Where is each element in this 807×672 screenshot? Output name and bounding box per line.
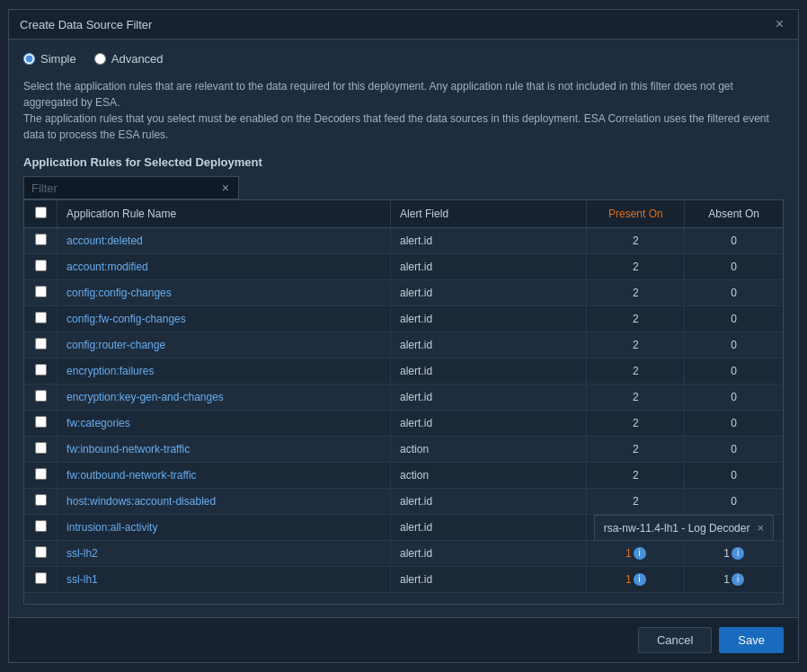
row-checkbox[interactable] — [35, 364, 47, 376]
row-alert-field: alert.id — [391, 489, 587, 515]
row-alert-field: alert.id — [391, 254, 587, 280]
row-checkbox[interactable] — [35, 390, 47, 402]
table-row: host:windows:account-disabledalert.id20 — [24, 489, 783, 515]
row-present-on: 2 — [587, 489, 685, 515]
table-scroll[interactable]: Application Rule Name Alert Field Presen… — [24, 200, 783, 604]
radio-advanced[interactable]: Advanced — [94, 52, 164, 66]
table-row: account:modifiedalert.id20 — [24, 254, 783, 280]
row-checkbox[interactable] — [35, 442, 47, 454]
row-rule-name: fw:categories — [58, 411, 391, 437]
row-checkbox[interactable] — [35, 416, 47, 428]
row-absent-on: 1i — [685, 567, 783, 593]
table-row: config:router-changealert.id20 — [24, 332, 783, 358]
row-absent-on: 0 — [685, 437, 783, 463]
row-checkbox[interactable] — [35, 234, 47, 245]
dialog-footer: Cancel Save — [9, 617, 798, 662]
filter-input[interactable] — [31, 181, 220, 195]
present-info-icon[interactable]: i — [634, 573, 646, 586]
table-row: encryption:key-gen-and-changesalert.id20 — [24, 385, 783, 411]
row-alert-field: action — [391, 463, 587, 489]
row-absent-on: 0 — [685, 306, 783, 332]
row-checkbox[interactable] — [35, 312, 47, 323]
tooltip-text: rsa-nw-11.4-lh1 - Log Decoder — [604, 522, 750, 535]
table-row: fw:categoriesalert.id20 — [24, 411, 783, 437]
row-absent-on: 0 — [685, 489, 783, 515]
select-all-checkbox[interactable] — [35, 207, 47, 218]
row-absent-on: 1i — [685, 541, 783, 567]
row-checkbox-cell — [24, 515, 58, 541]
tooltip-close-button[interactable]: × — [757, 521, 764, 535]
radio-simple-input[interactable] — [23, 53, 35, 65]
th-rule-name: Application Rule Name — [58, 200, 391, 228]
row-rule-name: config:fw-config-changes — [58, 306, 391, 332]
row-present-on: 2 — [587, 437, 685, 463]
row-checkbox-cell — [24, 280, 58, 306]
row-absent-on: 0 — [685, 463, 783, 489]
row-present-on: 2 — [587, 463, 685, 489]
row-alert-field: alert.id — [391, 306, 587, 332]
row-checkbox-cell — [24, 254, 58, 280]
table-row: account:deletedalert.id20 — [24, 228, 783, 254]
tooltip-box: rsa-nw-11.4-lh1 - Log Decoder × — [594, 515, 774, 541]
row-rule-name: encryption:key-gen-and-changes — [58, 385, 391, 411]
table-row: fw:outbound-network-trafficaction20 — [24, 463, 783, 489]
row-absent-on: 0 — [685, 385, 783, 411]
dialog-close-button[interactable]: × — [772, 17, 787, 31]
radio-advanced-input[interactable] — [94, 53, 106, 65]
row-checkbox[interactable] — [35, 494, 47, 506]
row-checkbox-cell — [24, 358, 58, 385]
absent-info-icon[interactable]: i — [732, 547, 744, 560]
save-button[interactable]: Save — [719, 627, 784, 653]
rules-table-container: Application Rule Name Alert Field Presen… — [23, 199, 784, 605]
row-checkbox-cell — [24, 385, 58, 411]
row-absent-on: 0 — [685, 280, 783, 306]
dialog-body: Simple Advanced Select the application r… — [9, 40, 798, 617]
row-checkbox[interactable] — [35, 260, 47, 271]
row-absent-on: 0 — [685, 254, 783, 280]
row-alert-field: alert.id — [391, 280, 587, 306]
row-checkbox-cell — [24, 567, 58, 593]
row-checkbox-cell — [24, 541, 58, 567]
row-checkbox-cell — [24, 228, 58, 254]
table-row: encryption:failuresalert.id20 — [24, 358, 783, 385]
description-line2: The application rules that you select mu… — [23, 111, 784, 143]
row-checkbox-cell — [24, 306, 58, 332]
th-present-on: Present On — [587, 200, 685, 228]
row-checkbox-cell — [24, 463, 58, 489]
create-data-source-filter-dialog: Create Data Source Filter × Simple Advan… — [8, 9, 799, 663]
table-row: config:config-changesalert.id20 — [24, 280, 783, 306]
radio-simple[interactable]: Simple — [23, 52, 76, 66]
row-checkbox[interactable] — [35, 338, 47, 349]
row-rule-name: host:windows:account-disabled — [58, 489, 391, 515]
absent-info-icon[interactable]: i — [732, 573, 744, 586]
present-info-icon[interactable]: i — [634, 547, 646, 560]
row-alert-field: alert.id — [391, 541, 587, 567]
row-rule-name: intrusion:all-activity — [58, 515, 391, 541]
row-checkbox[interactable] — [35, 286, 47, 297]
row-checkbox[interactable] — [35, 546, 47, 558]
row-checkbox[interactable] — [35, 468, 47, 480]
row-checkbox[interactable] — [35, 572, 47, 584]
row-alert-field: alert.id — [391, 567, 587, 593]
description: Select the application rules that are re… — [23, 78, 784, 143]
th-absent-on: Absent On — [685, 200, 783, 228]
row-alert-field: alert.id — [391, 358, 587, 385]
cancel-button[interactable]: Cancel — [638, 627, 712, 653]
row-rule-name: ssl-lh1 — [58, 567, 391, 593]
row-checkbox-cell — [24, 437, 58, 463]
row-checkbox[interactable] — [35, 520, 47, 532]
filter-clear-button[interactable]: × — [220, 181, 231, 195]
row-checkbox-cell — [24, 411, 58, 437]
row-checkbox-cell — [24, 332, 58, 358]
row-rule-name: config:router-change — [58, 332, 391, 358]
row-present-on: 2 — [587, 411, 685, 437]
row-present-on: 1i — [587, 567, 685, 593]
dialog-title: Create Data Source Filter — [20, 18, 152, 31]
row-present-on: 2 — [587, 358, 685, 385]
row-present-on: 2 — [587, 332, 685, 358]
row-rule-name: account:modified — [58, 254, 391, 280]
row-absent-on: 0 — [685, 411, 783, 437]
filter-bar: × — [23, 176, 239, 199]
row-present-on: 2 — [587, 254, 685, 280]
table-row: ssl-lh1alert.id1i1i — [24, 567, 783, 593]
